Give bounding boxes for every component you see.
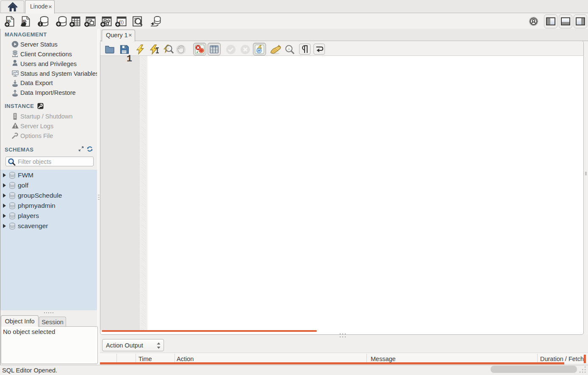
svg-text:SQL: SQL	[22, 19, 27, 23]
svg-text:SQL: SQL	[7, 19, 11, 23]
svg-text:(): ()	[121, 19, 124, 25]
svg-text:A: A	[288, 47, 290, 51]
